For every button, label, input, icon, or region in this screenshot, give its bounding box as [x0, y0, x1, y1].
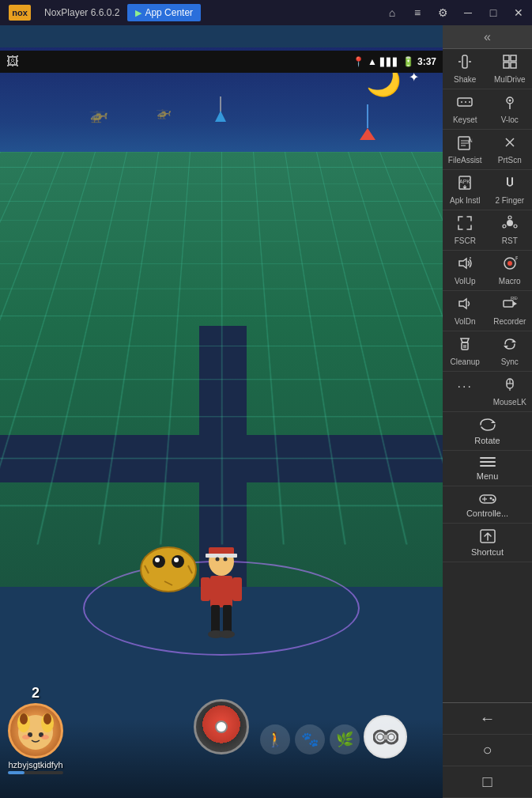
svg-marker-73 — [511, 340, 516, 342]
menu-button[interactable]: ≡ — [406, 0, 429, 25]
screenshot-icon: 🖼 — [6, 55, 19, 69]
keyset-label: Keyset — [453, 115, 477, 124]
action-btn-2[interactable]: 🐾 — [295, 724, 325, 755]
sidebar-item-shake[interactable]: Shake — [443, 49, 488, 89]
sidebar-item-macro[interactable]: REC Macro — [488, 251, 533, 291]
keyset-icon — [457, 94, 473, 114]
svg-point-57 — [507, 220, 513, 226]
apkinstl-label: Apk Instl — [450, 196, 480, 205]
collapse-button[interactable]: « — [443, 25, 532, 49]
svg-rect-15 — [210, 576, 232, 607]
sidebar-item-muldrive[interactable]: MulDrive — [488, 49, 533, 89]
muldrive-label: MulDrive — [494, 75, 525, 84]
volup-label: VolUp — [455, 277, 476, 286]
sidebar-item-volup[interactable]: VolUp — [443, 251, 488, 291]
sidebar-item-cleanup[interactable]: Cleanup — [443, 331, 488, 372]
svg-marker-74 — [504, 346, 508, 348]
action-btn-1[interactable]: 🚶 — [260, 724, 290, 755]
sidebar-row-1: Shake MulDrive — [443, 49, 532, 89]
sidebar-item-sync[interactable]: Sync — [488, 331, 533, 372]
sidebar-item-keyset[interactable]: Keyset — [443, 89, 488, 130]
svg-marker-79 — [491, 421, 496, 423]
svg-point-58 — [508, 216, 511, 219]
app-center-label: App Center — [145, 7, 193, 18]
sidebar-item-controller[interactable]: Controlle... — [443, 486, 532, 524]
sidebar-item-vloc[interactable]: V-loc — [488, 89, 533, 130]
sidebar-item-menu[interactable]: Menu — [443, 451, 532, 486]
svg-point-64 — [507, 261, 512, 266]
sidebar: « Shake MulDrive Keyset V-loc — [443, 25, 532, 798]
svg-rect-17 — [223, 605, 232, 633]
fscr-label: FSCR — [455, 236, 476, 245]
nav-recent-button[interactable]: □ — [443, 766, 532, 798]
apkinstl-icon: APK — [457, 175, 473, 195]
back-icon: ← — [480, 709, 496, 728]
svg-point-60 — [503, 225, 506, 228]
sidebar-item-voldn[interactable]: VolDn — [443, 291, 488, 331]
shake-label: Shake — [454, 75, 476, 84]
fileassist-label: FileAssist — [448, 156, 482, 165]
macro-icon: REC — [502, 255, 518, 275]
sidebar-row-3: APK FileAssist PrtScn — [443, 130, 532, 170]
sidebar-item-recorder[interactable]: REC Recorder — [488, 291, 533, 331]
sync-icon — [502, 336, 518, 356]
bottom-hud: 2 hzbyjsgtkidfyh — [0, 719, 443, 798]
svg-marker-66 — [459, 299, 466, 308]
svg-rect-67 — [504, 301, 513, 307]
sidebar-item-apkinstl[interactable]: APK Apk Instl — [443, 170, 488, 210]
binoculars-button[interactable] — [364, 715, 407, 758]
titlebar: nox NoxPlayer 6.6.0.2 ▶ App Center ⌂ ≡ ⚙… — [0, 0, 532, 25]
volup-icon — [457, 255, 473, 275]
rst-label: RST — [502, 236, 518, 245]
svg-point-50 — [508, 100, 511, 102]
fscr-icon — [457, 215, 473, 235]
svg-point-22 — [216, 558, 220, 562]
minimize-button[interactable]: ─ — [456, 0, 480, 25]
menu-label: Menu — [477, 471, 499, 481]
close-button[interactable]: ✕ — [507, 0, 530, 25]
shake-icon — [457, 54, 473, 74]
trainer-display — [190, 538, 253, 644]
maximize-button[interactable]: □ — [481, 0, 505, 25]
player-level: 2 — [32, 685, 40, 702]
sidebar-item-fscr[interactable]: FSCR — [443, 210, 488, 251]
sidebar-item-twofinger[interactable]: 2 Finger — [488, 170, 533, 210]
nav-back-button[interactable]: ← — [443, 703, 532, 735]
sidebar-item-rst[interactable]: RST — [488, 210, 533, 251]
pokeball-button[interactable] — [194, 699, 249, 755]
clock: 3:37 — [417, 56, 436, 67]
home-button[interactable]: ⌂ — [380, 0, 404, 25]
sidebar-item-rotate[interactable]: Rotate — [443, 412, 532, 451]
battery-icon: 🔋 — [402, 56, 414, 67]
grid-overlay — [0, 152, 443, 545]
sidebar-item-shortcut[interactable]: Shortcut — [443, 524, 532, 562]
sidebar-item-fileassist[interactable]: APK FileAssist — [443, 130, 488, 170]
xp-bar — [8, 771, 63, 774]
nav-home-button[interactable]: ○ — [443, 735, 532, 766]
avatar-circle — [8, 703, 63, 758]
sidebar-row-2: Keyset V-loc — [443, 89, 532, 130]
svg-rect-19 — [232, 577, 242, 601]
xp-fill — [8, 771, 25, 774]
sidebar-row-8: Cleanup Sync — [443, 331, 532, 372]
svg-marker-61 — [459, 259, 466, 268]
svg-rect-44 — [511, 62, 516, 68]
action-btn-3[interactable]: 🌿 — [330, 724, 360, 755]
svg-point-37 — [388, 734, 394, 740]
player-avatar: 2 hzbyjsgtkidfyh — [8, 685, 63, 774]
app-center-button[interactable]: ▶ App Center — [127, 4, 201, 21]
menu-icon — [479, 456, 496, 470]
sidebar-item-more[interactable]: ··· . — [443, 372, 488, 412]
rst-icon — [502, 215, 518, 235]
svg-marker-3 — [215, 111, 226, 122]
svg-point-86 — [489, 497, 492, 500]
sidebar-item-mouselk[interactable]: MouseLK — [488, 372, 533, 412]
twofinger-label: 2 Finger — [495, 196, 524, 205]
svg-text:APK: APK — [468, 137, 473, 144]
more-icon: ··· — [458, 380, 473, 394]
prtscn-label: PrtScn — [498, 156, 522, 165]
shortcut-icon — [479, 528, 496, 546]
macro-label: Macro — [499, 277, 521, 286]
sidebar-item-prtscn[interactable]: PrtScn — [488, 130, 533, 170]
settings-button[interactable]: ⚙ — [431, 0, 455, 25]
